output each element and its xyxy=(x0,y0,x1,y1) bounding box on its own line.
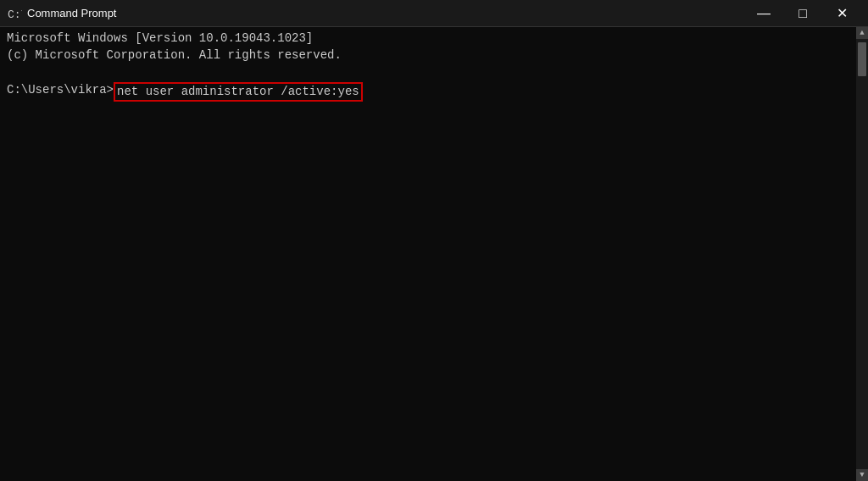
prompt-text: C:\Users\vikra> xyxy=(7,82,114,99)
maximize-button[interactable]: □ xyxy=(783,0,822,27)
terminal-line-2: (c) Microsoft Corporation. All rights re… xyxy=(7,47,861,64)
title-bar: C:\ Command Prompt — □ ✕ xyxy=(0,0,868,27)
terminal-body[interactable]: Microsoft Windows [Version 10.0.19043.10… xyxy=(0,27,868,481)
prompt-line: C:\Users\vikra>net user administrator /a… xyxy=(7,82,861,102)
minimize-button[interactable]: — xyxy=(744,0,783,27)
terminal-line-1: Microsoft Windows [Version 10.0.19043.10… xyxy=(7,30,861,47)
scrollbar-up-arrow[interactable]: ▲ xyxy=(856,27,868,39)
command-text: net user administrator /active:yes xyxy=(114,82,363,102)
window-controls: — □ ✕ xyxy=(744,0,861,27)
terminal-line-3 xyxy=(7,64,861,80)
scrollbar-thumb[interactable] xyxy=(858,42,866,76)
svg-text:C:\: C:\ xyxy=(8,8,22,21)
scrollbar[interactable]: ▲ ▼ xyxy=(856,27,868,481)
window-title: Command Prompt xyxy=(27,7,744,19)
scrollbar-down-arrow[interactable]: ▼ xyxy=(856,469,868,481)
close-button[interactable]: ✕ xyxy=(822,0,861,27)
cmd-icon: C:\ xyxy=(7,6,22,21)
